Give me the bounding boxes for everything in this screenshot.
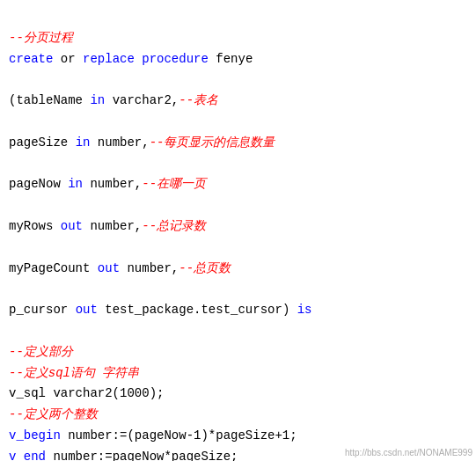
code-line: --定义部分: [9, 342, 467, 363]
code-line: p_cursor out test_package.test_cursor) i…: [9, 300, 467, 321]
code-token: out: [61, 219, 83, 233]
code-token: or: [61, 52, 76, 66]
code-token: in: [76, 135, 91, 150]
code-token: --表名: [179, 93, 218, 107]
code-token: number:=(pageNow-1)*pageSize+1;: [61, 428, 297, 443]
code-line: create or replace procedure fenye: [9, 49, 467, 70]
code-line: [9, 279, 467, 300]
code-token: v_begin: [9, 428, 61, 443]
code-token: pageSize: [9, 135, 76, 150]
code-line: --定义两个整数: [9, 405, 467, 426]
code-line: --定义sql语句 字符串: [9, 363, 467, 384]
code-token: --总记录数: [142, 219, 206, 233]
code-line: [9, 321, 467, 342]
code-line: myRows out number,--总记录数: [9, 216, 467, 238]
code-token: myPageCount: [9, 261, 98, 275]
code-line: [9, 238, 467, 259]
code-token: pageNow: [9, 177, 68, 191]
code-token: in: [90, 93, 105, 107]
code-token: --每页显示的信息数量: [150, 135, 275, 150]
code-token: create: [9, 52, 53, 66]
code-token: fenye: [209, 52, 253, 66]
code-line: v_begin number:=(pageNow-1)*pageSize+1;: [9, 426, 467, 447]
code-line: [9, 154, 467, 175]
code-line: --分页过程: [9, 28, 467, 49]
code-token: [135, 52, 142, 66]
code-token: in: [68, 177, 83, 191]
code-token: number,: [83, 219, 142, 233]
code-token: varchar2,: [105, 93, 179, 107]
code-token: procedure: [142, 52, 209, 66]
watermark: http://bbs.csdn.net/NONAME999: [345, 448, 472, 457]
code-line: pageSize in number,--每页显示的信息数量: [9, 133, 467, 154]
code-line: [9, 195, 467, 216]
code-token: p_cursor: [9, 303, 76, 317]
code-token: --总页数: [179, 261, 231, 275]
code-container: --分页过程create or replace procedure fenye …: [9, 7, 467, 461]
code-token: [76, 52, 83, 66]
code-token: (tableName: [9, 93, 90, 107]
code-token: test_package.test_cursor): [98, 303, 297, 317]
code-token: replace: [83, 52, 135, 66]
code-token: v_sql varchar2(1000);: [9, 386, 164, 400]
code-token: v_end: [9, 450, 46, 461]
code-token: --在哪一页: [142, 177, 206, 191]
code-token: number,: [83, 177, 142, 191]
code-line: v_sql varchar2(1000);: [9, 384, 467, 405]
code-token: myRows: [9, 219, 61, 233]
code-line: [9, 70, 467, 91]
code-line: myPageCount out number,--总页数: [9, 259, 467, 280]
code-token: out: [76, 303, 98, 317]
code-token: is: [297, 303, 312, 317]
code-token: number,: [90, 135, 149, 150]
code-token: [53, 52, 60, 66]
code-line: (tableName in varchar2,--表名: [9, 91, 467, 112]
code-token: number,: [120, 261, 179, 275]
code-token: out: [98, 261, 120, 275]
code-line: [9, 112, 467, 133]
code-line: pageNow in number,--在哪一页: [9, 174, 467, 195]
code-token: number:=pageNow*pageSize;: [46, 450, 238, 461]
